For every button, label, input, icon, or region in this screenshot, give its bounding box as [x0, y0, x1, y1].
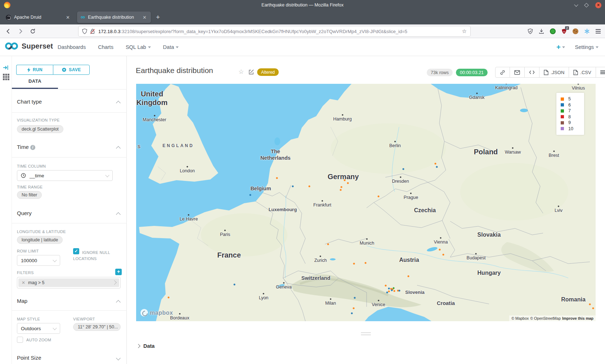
attribution-mapbox[interactable]: © Mapbox — [511, 316, 529, 320]
nav-item-dashboards[interactable]: Dashboards — [58, 44, 86, 50]
altered-badge[interactable]: Altered — [257, 68, 279, 76]
save-button[interactable]: SAVE — [53, 65, 90, 75]
edit-properties-icon[interactable] — [248, 69, 254, 75]
earthquake-point — [439, 249, 441, 251]
legend-row[interactable]: 10 — [561, 126, 584, 132]
panel-resize-handle[interactable] — [361, 332, 371, 337]
forward-icon[interactable] — [17, 27, 24, 35]
extension-green-icon[interactable] — [550, 28, 556, 34]
cookie-extension-icon[interactable] — [573, 28, 578, 34]
legend-row[interactable]: 7 — [561, 108, 584, 114]
email-button[interactable] — [510, 67, 525, 77]
map-label: United Kingdom — [136, 90, 168, 107]
add-filter-button[interactable]: + — [115, 269, 122, 275]
earthquake-point — [388, 288, 390, 290]
expand-panel-icon[interactable] — [3, 65, 9, 70]
export-csv-button[interactable]: x .CSV — [569, 67, 596, 77]
section-point-size[interactable]: Point Size — [17, 355, 41, 361]
svg-text:ω: ω — [563, 30, 565, 33]
window-minimize-icon[interactable] — [574, 3, 578, 6]
chevron-up-icon[interactable] — [116, 212, 121, 217]
legend-swatch — [561, 121, 564, 124]
add-new-button[interactable]: + — [556, 43, 565, 51]
deckgl-map[interactable]: United KingdomManchesterENGLANDESLondonT… — [136, 84, 596, 321]
tab-close-icon[interactable]: ✕ — [65, 15, 71, 20]
more-options-icon[interactable] — [596, 67, 605, 77]
tab-data[interactable]: DATA — [12, 78, 58, 84]
city-dot — [440, 237, 442, 238]
auto-zoom-checkbox[interactable] — [17, 337, 23, 343]
chevron-up-icon[interactable] — [116, 101, 121, 105]
time-column-select[interactable]: __time — [17, 170, 113, 181]
filter-expression: mag > 5 — [28, 280, 45, 285]
back-icon[interactable] — [4, 27, 12, 35]
data-panel-toggle[interactable]: Data — [137, 343, 154, 349]
url-bar[interactable]: 172.18.0.3:32108/superset/explore/?form_… — [79, 26, 470, 36]
favorite-star-icon[interactable]: ☆ — [238, 68, 244, 76]
map-label: Germany — [328, 172, 359, 181]
superset-logo[interactable]: Superset — [4, 41, 53, 51]
section-time[interactable]: Time i — [17, 144, 35, 150]
plus-circle-icon — [62, 67, 67, 72]
copy-link-button[interactable] — [496, 67, 510, 77]
map-label: Zurich — [314, 258, 327, 263]
remove-filter-icon[interactable]: ✕ — [18, 280, 28, 285]
legend-row[interactable]: 5 — [561, 96, 584, 102]
earthquake-point — [399, 290, 400, 292]
earthquake-point — [388, 291, 390, 292]
settings-menu[interactable]: Settings — [575, 44, 599, 50]
section-query[interactable]: Query — [17, 210, 32, 216]
nav-item-charts[interactable]: Charts — [98, 44, 113, 50]
nav-item-data[interactable]: Data — [163, 44, 179, 50]
section-map[interactable]: Map — [17, 298, 27, 304]
caret-down-icon — [596, 46, 599, 48]
chevron-up-icon[interactable] — [116, 300, 121, 305]
city-dot — [512, 147, 514, 149]
active-tab-underline — [12, 88, 58, 89]
map-style-select[interactable]: Outdoors — [17, 323, 60, 334]
attribution-improve-link[interactable]: Improve this map — [562, 316, 593, 320]
filter-chip[interactable]: ✕ mag > 5 — [18, 278, 119, 287]
tracking-shield-icon[interactable] — [82, 28, 87, 34]
permissions-shield-icon[interactable] — [528, 28, 533, 34]
attribution-osm[interactable]: © OpenStreetMap — [530, 316, 561, 320]
druid-favicon — [6, 15, 11, 20]
export-json-button[interactable]: .JSON — [539, 67, 569, 77]
map-attribution: © Mapbox © OpenStreetMap Improve this ma… — [509, 315, 596, 321]
city-dot — [394, 141, 396, 142]
chevron-down-icon[interactable] — [116, 356, 121, 360]
run-button[interactable]: RUN — [16, 65, 53, 75]
time-range-value[interactable]: No filter — [17, 191, 42, 199]
legend-row[interactable]: 8 — [561, 114, 584, 120]
city-dot — [476, 92, 478, 94]
map-label: ES — [136, 144, 142, 150]
bookmark-star-icon[interactable]: ☆ — [462, 28, 467, 35]
window-maximize-icon[interactable] — [584, 3, 589, 8]
menu-icon[interactable] — [596, 29, 601, 33]
window-close-icon[interactable]: × — [595, 2, 601, 8]
nav-item-sql-lab[interactable]: SQL Lab — [126, 44, 151, 50]
tab-earthquake-distribution[interactable]: ∞ Earthquake distribution ✕ — [77, 12, 151, 23]
tab-apache-druid[interactable]: Apache Druid ✕ — [2, 12, 74, 23]
insecure-lock-icon[interactable] — [90, 28, 95, 34]
legend-row[interactable]: 6 — [561, 102, 584, 108]
snowflake-extension-icon[interactable] — [584, 28, 590, 34]
mapbox-logo[interactable]: mapbox — [140, 309, 173, 317]
new-tab-button[interactable]: + — [156, 13, 160, 21]
section-chart-type[interactable]: Chart type — [17, 99, 42, 105]
viewport-value[interactable]: 11° 28' 29.70" | 50... — [73, 323, 121, 331]
dataset-grid-icon[interactable] — [3, 73, 10, 81]
chevron-right-icon[interactable] — [113, 280, 119, 285]
legend-row[interactable]: 9 — [561, 120, 584, 126]
earthquake-point — [354, 297, 356, 299]
reload-icon[interactable] — [29, 27, 37, 35]
map-label: Lyon — [259, 295, 269, 301]
tab-close-icon[interactable]: ✕ — [142, 15, 147, 20]
lonlat-value[interactable]: longitude | latitude — [17, 236, 63, 244]
downloads-icon[interactable] — [539, 28, 544, 34]
chevron-up-icon[interactable] — [116, 146, 121, 151]
embed-code-button[interactable] — [525, 67, 539, 77]
viz-type-value[interactable]: deck.gl Scatterplot — [17, 125, 63, 133]
row-limit-select[interactable]: 100000 — [17, 255, 60, 266]
adblock-shield-icon[interactable]: ω 2 — [561, 28, 567, 34]
